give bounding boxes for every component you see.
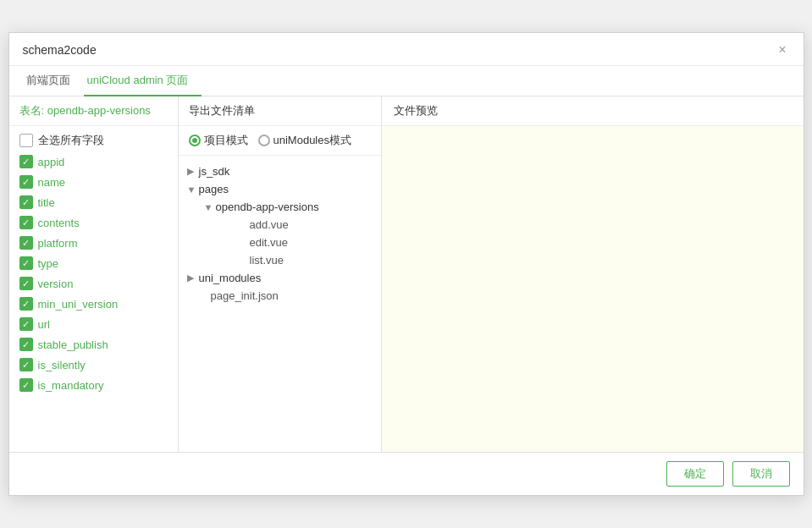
- tree-label-add-vue: add.vue: [250, 218, 289, 231]
- preview-content: [382, 126, 804, 452]
- checkbox-title[interactable]: [19, 195, 33, 209]
- tree-node-page-init-json[interactable]: page_init.json: [179, 287, 381, 305]
- radio-unimodules-label: uniModules模式: [273, 133, 352, 148]
- mode-row: 项目模式 uniModules模式: [179, 126, 381, 156]
- close-button[interactable]: ×: [775, 41, 789, 58]
- field-version[interactable]: version: [9, 273, 178, 294]
- radio-project[interactable]: [189, 135, 201, 146]
- tree-node-list-vue[interactable]: list.vue: [179, 251, 381, 269]
- field-label-appid: appid: [38, 156, 65, 168]
- tree-node-pages[interactable]: ▼ pages: [179, 180, 381, 198]
- table-name-label: 表名:: [19, 104, 47, 117]
- field-label-title: title: [38, 196, 55, 209]
- table-name-value: opendb-app-versions: [47, 104, 151, 117]
- tree-node-js-sdk[interactable]: ▶ js_sdk: [179, 162, 381, 180]
- checkbox-min-uni-version[interactable]: [19, 297, 33, 311]
- checkbox-is-mandatory[interactable]: [19, 378, 33, 392]
- field-contents[interactable]: contents: [9, 212, 178, 233]
- field-title[interactable]: title: [9, 192, 178, 212]
- mode-project-option[interactable]: 项目模式: [189, 133, 248, 148]
- checkbox-type[interactable]: [19, 256, 33, 270]
- tree-label-list-vue: list.vue: [250, 254, 284, 267]
- tree-label-js-sdk: js_sdk: [199, 165, 230, 178]
- field-min-uni-version[interactable]: min_uni_version: [9, 294, 178, 314]
- arrow-opendb-app-versions[interactable]: ▼: [204, 202, 216, 212]
- checkbox-name[interactable]: [19, 175, 33, 189]
- middle-panel: 导出文件清单 项目模式 uniModules模式 ▶ js_sdk: [179, 96, 382, 452]
- field-label-min-uni-version: min_uni_version: [38, 298, 119, 311]
- left-panel: 表名: opendb-app-versions 全选所有字段 appid nam…: [9, 96, 179, 452]
- field-type[interactable]: type: [9, 253, 178, 273]
- schema2code-dialog: schema2code × 前端页面 uniCloud admin 页面 表名:…: [8, 32, 804, 496]
- dialog-footer: 确定 取消: [9, 452, 804, 495]
- export-header: 导出文件清单: [179, 96, 381, 126]
- field-label-url: url: [38, 318, 50, 331]
- select-all-field[interactable]: 全选所有字段: [9, 129, 178, 151]
- checkbox-contents[interactable]: [19, 216, 33, 229]
- field-platform[interactable]: platform: [9, 233, 178, 253]
- file-tree: ▶ js_sdk ▼ pages ▼ opendb-app-versions a…: [179, 156, 381, 452]
- field-label-version: version: [38, 278, 74, 290]
- checkbox-version[interactable]: [19, 277, 33, 290]
- table-name: 表名: opendb-app-versions: [9, 96, 178, 126]
- dialog-title: schema2code: [23, 43, 97, 57]
- tree-node-add-vue[interactable]: add.vue: [179, 216, 381, 234]
- tree-node-uni-modules[interactable]: ▶ uni_modules: [179, 269, 381, 287]
- field-label-stable-publish: stable_publish: [38, 338, 108, 351]
- field-label-name: name: [38, 176, 66, 189]
- field-label-platform: platform: [38, 237, 78, 250]
- checkbox-platform[interactable]: [19, 236, 33, 250]
- tabs-bar: 前端页面 uniCloud admin 页面: [9, 66, 804, 96]
- tree-label-uni-modules: uni_modules: [199, 272, 262, 284]
- field-is-mandatory[interactable]: is_mandatory: [9, 375, 178, 395]
- checkbox-appid[interactable]: [19, 155, 33, 168]
- tab-unicloud-admin[interactable]: uniCloud admin 页面: [84, 66, 202, 96]
- radio-project-label: 项目模式: [204, 133, 248, 148]
- field-list: 全选所有字段 appid name title contents: [9, 126, 178, 452]
- right-panel: 文件预览: [382, 96, 804, 452]
- field-url[interactable]: url: [9, 314, 178, 334]
- checkbox-is-silently[interactable]: [19, 358, 33, 371]
- arrow-pages[interactable]: ▼: [187, 184, 199, 195]
- main-content: 表名: opendb-app-versions 全选所有字段 appid nam…: [9, 96, 804, 452]
- tree-label-edit-vue: edit.vue: [250, 236, 289, 249]
- tree-label-page-init-json: page_init.json: [211, 289, 279, 302]
- tree-label-pages: pages: [199, 183, 229, 195]
- tree-node-edit-vue[interactable]: edit.vue: [179, 234, 381, 251]
- select-all-checkbox[interactable]: [19, 134, 33, 147]
- mode-unimodules-option[interactable]: uniModules模式: [258, 133, 352, 148]
- tree-node-opendb-app-versions[interactable]: ▼ opendb-app-versions: [179, 198, 381, 216]
- field-label-type: type: [38, 257, 59, 270]
- confirm-button[interactable]: 确定: [666, 461, 724, 487]
- field-label-is-mandatory: is_mandatory: [38, 379, 104, 392]
- field-appid[interactable]: appid: [9, 151, 178, 172]
- cancel-button[interactable]: 取消: [732, 461, 790, 487]
- field-is-silently[interactable]: is_silently: [9, 355, 178, 375]
- titlebar: schema2code ×: [9, 33, 804, 66]
- checkbox-url[interactable]: [19, 317, 33, 331]
- field-stable-publish[interactable]: stable_publish: [9, 334, 178, 355]
- arrow-js-sdk[interactable]: ▶: [187, 166, 199, 177]
- checkbox-stable-publish[interactable]: [19, 338, 33, 351]
- arrow-uni-modules[interactable]: ▶: [187, 272, 199, 283]
- tab-frontend[interactable]: 前端页面: [23, 66, 84, 96]
- radio-unimodules[interactable]: [258, 135, 270, 146]
- field-label-is-silently: is_silently: [38, 359, 86, 371]
- preview-header: 文件预览: [382, 96, 804, 126]
- field-name[interactable]: name: [9, 172, 178, 192]
- field-label-contents: contents: [38, 217, 80, 229]
- select-all-label: 全选所有字段: [38, 133, 104, 148]
- tree-label-opendb-app-versions: opendb-app-versions: [216, 201, 319, 213]
